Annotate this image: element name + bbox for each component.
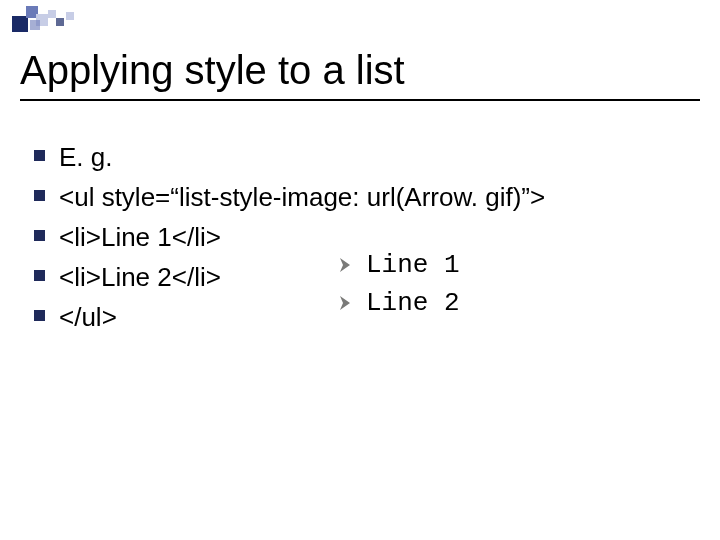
bullet-text: E. g. bbox=[59, 140, 112, 174]
square-bullet-icon bbox=[34, 190, 45, 201]
bullet-text: <li>Line 1</li> bbox=[59, 220, 221, 254]
example-text: Line 1 bbox=[366, 247, 460, 283]
bullet-text: <ul style=“list-style-image: url(Arrow. … bbox=[59, 180, 545, 214]
corner-decoration bbox=[12, 6, 112, 32]
example-text: Line 2 bbox=[366, 285, 460, 321]
title-area: Applying style to a list bbox=[20, 48, 700, 101]
arrow-icon bbox=[338, 295, 352, 311]
example-line: Line 1 bbox=[338, 247, 460, 283]
rendered-example: Line 1 Line 2 bbox=[338, 247, 460, 323]
bullet-text: <li>Line 2</li> bbox=[59, 260, 221, 294]
square-bullet-icon bbox=[34, 270, 45, 281]
slide-title: Applying style to a list bbox=[20, 48, 700, 93]
square-bullet-icon bbox=[34, 230, 45, 241]
square-bullet-icon bbox=[34, 310, 45, 321]
square-bullet-icon bbox=[34, 150, 45, 161]
bullet-text: </ul> bbox=[59, 300, 117, 334]
svg-marker-1 bbox=[340, 296, 350, 310]
svg-marker-0 bbox=[340, 258, 350, 272]
list-item: <ul style=“list-style-image: url(Arrow. … bbox=[34, 180, 674, 214]
slide: Applying style to a list E. g. <ul style… bbox=[0, 0, 720, 540]
example-line: Line 2 bbox=[338, 285, 460, 321]
arrow-icon bbox=[338, 257, 352, 273]
title-underline bbox=[20, 99, 700, 101]
list-item: E. g. bbox=[34, 140, 674, 174]
